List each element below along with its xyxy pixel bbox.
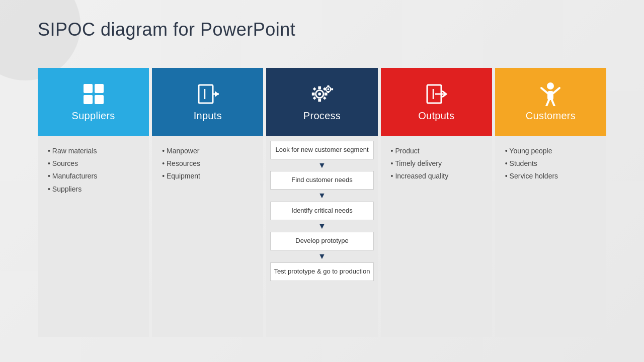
arrow-3: ▼ xyxy=(318,220,326,232)
svg-point-8 xyxy=(318,93,321,96)
svg-rect-19 xyxy=(328,85,330,87)
svg-rect-16 xyxy=(323,97,327,100)
gears-icon xyxy=(310,82,334,106)
customers-label: Customers xyxy=(526,110,576,122)
outputs-body: Product Timely delivery Increased qualit… xyxy=(381,136,492,337)
svg-point-26 xyxy=(547,82,554,89)
inputs-label: Inputs xyxy=(194,110,222,122)
suppliers-label: Suppliers xyxy=(72,110,115,122)
svg-rect-12 xyxy=(325,93,328,96)
svg-rect-13 xyxy=(313,87,316,91)
customers-list: Young people Students Service holders xyxy=(503,145,598,183)
customers-header: Customers xyxy=(495,68,606,136)
svg-rect-22 xyxy=(331,88,333,90)
column-process: Process Look for new customer segment ▼ … xyxy=(266,68,377,337)
list-item: Service holders xyxy=(503,170,598,183)
sipoc-diagram: Suppliers Raw materials Sources Manufact… xyxy=(36,68,608,337)
svg-rect-9 xyxy=(318,86,321,89)
list-item: Equipment xyxy=(160,170,255,183)
svg-rect-27 xyxy=(547,91,553,100)
grid-icon xyxy=(82,82,106,106)
list-item: Students xyxy=(503,157,598,170)
arrow-4: ▼ xyxy=(318,250,326,262)
svg-rect-2 xyxy=(84,95,93,104)
customers-body: Young people Students Service holders xyxy=(495,136,606,337)
process-step-4: Develop prototype xyxy=(270,232,373,250)
list-item: Suppliers xyxy=(46,183,141,196)
svg-rect-1 xyxy=(95,84,104,93)
svg-line-30 xyxy=(546,100,549,106)
list-item: Manufacturers xyxy=(46,170,141,183)
svg-rect-15 xyxy=(313,97,316,100)
process-step-3: Identify critical needs xyxy=(270,202,373,220)
outputs-label: Outputs xyxy=(418,110,454,122)
svg-point-18 xyxy=(328,88,330,90)
svg-rect-21 xyxy=(325,88,327,90)
suppliers-list: Raw materials Sources Manufacturers Supp… xyxy=(46,145,141,196)
list-item: Sources xyxy=(46,157,141,170)
outputs-list: Product Timely delivery Increased qualit… xyxy=(389,145,484,183)
svg-rect-4 xyxy=(199,85,213,103)
svg-rect-3 xyxy=(95,95,104,104)
process-header: Process xyxy=(266,68,377,136)
arrow-2: ▼ xyxy=(318,190,326,202)
process-label: Process xyxy=(303,110,341,122)
column-outputs: Outputs Product Timely delivery Increase… xyxy=(381,68,492,337)
process-step-2: Find customer needs xyxy=(270,171,373,190)
list-item: Manpower xyxy=(160,145,255,157)
svg-line-31 xyxy=(552,100,554,106)
svg-line-28 xyxy=(541,88,547,93)
svg-rect-20 xyxy=(328,91,330,93)
arrow-1: ▼ xyxy=(318,159,326,171)
list-item: Timely delivery xyxy=(389,157,484,170)
svg-rect-0 xyxy=(84,84,93,93)
inputs-body: Manpower Resources Equipment xyxy=(152,136,263,337)
list-item: Product xyxy=(389,145,484,157)
svg-rect-10 xyxy=(318,99,321,102)
list-item: Raw materials xyxy=(46,145,141,157)
process-step-5: Test prototype & go to production xyxy=(270,262,373,281)
list-item: Young people xyxy=(503,145,598,157)
column-customers: Customers Young people Students Service … xyxy=(495,68,606,337)
arrow-in-icon xyxy=(196,82,220,106)
column-inputs: Inputs Manpower Resources Equipment xyxy=(152,68,263,337)
column-suppliers: Suppliers Raw materials Sources Manufact… xyxy=(38,68,149,337)
list-item: Resources xyxy=(160,157,255,170)
process-body: Look for new customer segment ▼ Find cus… xyxy=(266,136,377,337)
suppliers-body: Raw materials Sources Manufacturers Supp… xyxy=(38,136,149,337)
inputs-list: Manpower Resources Equipment xyxy=(160,145,255,183)
outputs-header: Outputs xyxy=(381,68,492,136)
svg-line-29 xyxy=(553,88,559,93)
svg-rect-11 xyxy=(312,93,315,96)
arrow-out-icon xyxy=(424,82,448,106)
suppliers-header: Suppliers xyxy=(38,68,149,136)
page-title: SIPOC diagram for PowerPoint xyxy=(38,19,295,40)
list-item: Increased quality xyxy=(389,170,484,183)
inputs-header: Inputs xyxy=(152,68,263,136)
process-step-1: Look for new customer segment xyxy=(270,141,373,159)
person-icon xyxy=(538,82,562,106)
